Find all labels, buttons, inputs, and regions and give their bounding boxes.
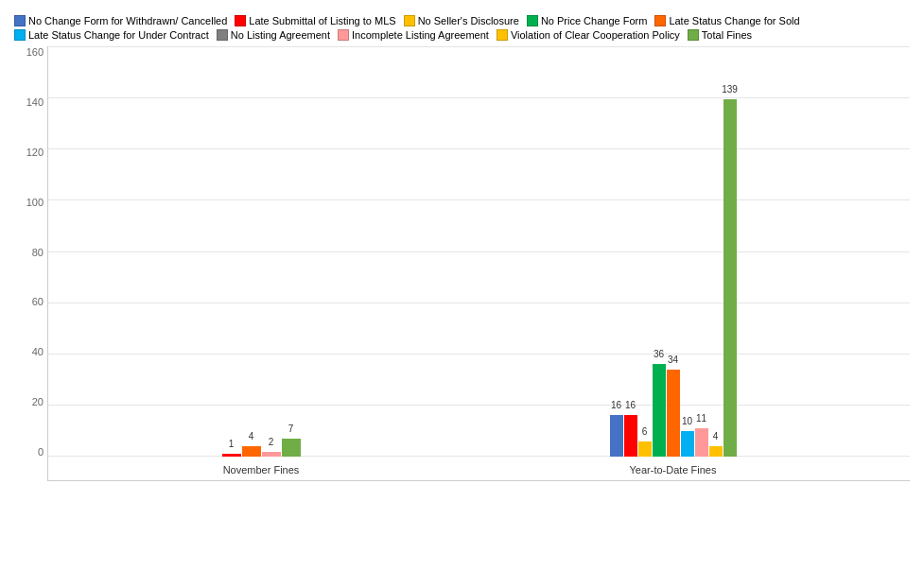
bar-rect <box>724 99 737 457</box>
bar: 7 <box>282 439 301 457</box>
bar-value-label: 16 <box>625 400 636 410</box>
bar-value-label: 4 <box>249 431 254 441</box>
bar-rect <box>653 364 666 457</box>
y-tick: 140 <box>14 96 47 108</box>
bar: 4 <box>242 446 261 457</box>
bars-wrapper: 1427November Fines16166363410114139Year-… <box>48 46 910 457</box>
bar: 11 <box>695 428 708 457</box>
y-tick: 20 <box>14 396 47 407</box>
bar-rect <box>695 428 708 457</box>
y-tick: 40 <box>14 346 47 357</box>
chart-area: 160140120100806040200 1427November Fines… <box>14 46 910 481</box>
bar-value-label: 11 <box>696 413 706 424</box>
legend-item: Late Submittal of Listing to MLS <box>235 15 395 26</box>
bar-group: 16166363410114139Year-to-Date Fines <box>610 99 737 457</box>
bar-value-label: 36 <box>654 349 664 359</box>
legend-item: No Seller's Disclosure <box>404 15 519 26</box>
legend-item: No Listing Agreement <box>217 29 330 41</box>
legend: No Change Form for Withdrawn/ CancelledL… <box>14 15 910 41</box>
bar-rect <box>638 441 652 457</box>
bar: 6 <box>638 441 652 457</box>
legend-item: Late Status Change for Sold <box>654 15 799 26</box>
bar-rect <box>624 415 637 457</box>
bar-value-label: 1 <box>229 439 235 449</box>
bar: 139 <box>724 99 737 457</box>
bar-rect <box>222 454 241 457</box>
bar: 36 <box>653 364 666 457</box>
y-tick: 160 <box>14 46 47 58</box>
bar-value-label: 2 <box>269 437 274 447</box>
legend-item: No Change Form for Withdrawn/ Cancelled <box>14 15 227 26</box>
bar-value-label: 7 <box>288 424 294 434</box>
chart-container: No Change Form for Withdrawn/ CancelledL… <box>0 0 924 571</box>
bar-rect <box>667 370 680 457</box>
bar-value-label: 10 <box>682 416 692 426</box>
bar: 34 <box>667 370 680 457</box>
y-tick: 80 <box>14 247 47 258</box>
group-label: November Fines <box>223 464 300 476</box>
bar-rect <box>262 452 281 457</box>
y-tick: 100 <box>14 197 47 208</box>
legend-item: Violation of Clear Cooperation Policy <box>497 29 680 41</box>
bar-rect <box>681 431 694 457</box>
bar-group: 1427November Fines <box>222 439 301 457</box>
y-tick: 120 <box>14 147 47 158</box>
bar-value-label: 16 <box>611 400 621 410</box>
bar-value-label: 34 <box>668 355 678 365</box>
legend-item: Total Fines <box>688 29 752 41</box>
bar: 1 <box>222 454 241 457</box>
bar: 4 <box>709 446 723 457</box>
bar-value-label: 139 <box>722 84 738 95</box>
legend-item: Late Status Change for Under Contract <box>14 29 209 41</box>
bar-value-label: 4 <box>713 431 719 441</box>
group-label: Year-to-Date Fines <box>630 464 717 476</box>
bar-rect <box>282 439 301 457</box>
bar-value-label: 6 <box>642 426 648 437</box>
bar: 10 <box>681 431 694 457</box>
y-axis: 160140120100806040200 <box>14 46 47 481</box>
bar: 16 <box>610 415 623 457</box>
legend-item: No Price Change Form <box>527 15 648 26</box>
bar: 16 <box>624 415 637 457</box>
y-tick: 0 <box>14 446 47 458</box>
bar-rect <box>610 415 623 457</box>
bar-rect <box>709 446 723 457</box>
y-tick: 60 <box>14 296 47 307</box>
plot-area: 1427November Fines16166363410114139Year-… <box>47 46 910 481</box>
bar: 2 <box>262 452 281 457</box>
legend-item: Incomplete Listing Agreement <box>338 29 489 41</box>
bar-rect <box>242 446 261 457</box>
